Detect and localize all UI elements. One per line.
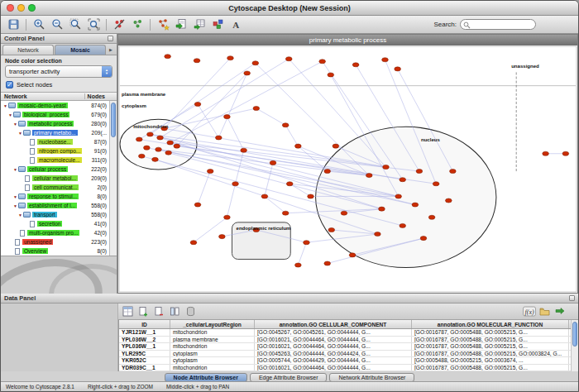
folder-icon xyxy=(18,121,26,127)
import-network-button[interactable] xyxy=(173,17,189,32)
tree-item-secretion[interactable]: ▼secretion41(0) xyxy=(1,219,109,228)
zoom-in-button[interactable] xyxy=(31,17,47,32)
tree-item-count: 2(0) xyxy=(97,184,109,190)
tree-item-overview[interactable]: ▼Overview8(0) xyxy=(1,246,109,256)
expand-arrow-icon[interactable]: ▼ xyxy=(12,122,18,127)
expand-arrow-icon[interactable]: ▼ xyxy=(12,203,18,208)
select-attributes-button[interactable] xyxy=(121,305,135,318)
tab-node-attribute-browser[interactable]: Node Attribute Browser xyxy=(165,373,247,382)
tree-header-nodes[interactable]: Nodes xyxy=(84,93,113,99)
create-attribute-button[interactable] xyxy=(136,305,151,318)
tree-item-biological-process[interactable]: ▼biological_process679(0) xyxy=(1,110,109,119)
network-tree-rows: ▼mosaic-demo-yeast874(0)▼biological_proc… xyxy=(1,101,109,256)
table-cell: [GO:0005488, GO:0005215, GO:0003674, ... xyxy=(412,357,569,364)
tab-overflow-button[interactable]: ▶ xyxy=(107,45,115,55)
new-network-from-selection-button[interactable] xyxy=(155,17,171,32)
float-panel-icon[interactable] xyxy=(108,36,113,41)
tree-item-unassigned[interactable]: ▼unassigned223(0) xyxy=(1,237,109,246)
tree-item-nitrogen-compo[interactable]: ▼nitrogen compo...91(0) xyxy=(1,146,109,155)
search-icon xyxy=(463,22,471,29)
zoom-window-button[interactable] xyxy=(28,4,36,12)
expand-arrow-icon[interactable]: ▼ xyxy=(12,194,18,199)
tree-header-network[interactable]: Network xyxy=(4,93,27,99)
save-session-button[interactable] xyxy=(5,17,22,32)
close-window-button[interactable] xyxy=(7,4,14,12)
tree-item-cell-communicat[interactable]: ▼cell communicat...2(0) xyxy=(1,183,109,192)
select-nodes-row: ✓ Select nodes xyxy=(1,80,117,92)
select-nodes-checkbox[interactable]: ✓ xyxy=(6,81,13,88)
search-input[interactable] xyxy=(460,19,536,30)
tree-item-establishment-of-l[interactable]: ▼establishment of l...558(0) xyxy=(1,201,109,210)
table-scrollbar[interactable] xyxy=(571,320,578,371)
data-panel-title: Data Panel xyxy=(4,294,36,302)
expand-arrow-icon[interactable]: ▼ xyxy=(17,213,23,218)
tree-item-multi-organism-pro[interactable]: ▼multi-organism pro...42(0) xyxy=(1,228,109,237)
tree-item-cellular-process[interactable]: ▼cellular process222(0) xyxy=(1,165,109,174)
column-header[interactable]: annotation.GO CELLULAR_COMPONENT xyxy=(255,320,412,328)
data-panel: Data Panel xyxy=(1,294,578,383)
import-attributes-button[interactable] xyxy=(191,17,208,32)
tree-item-nucleobase[interactable]: ▼nucleobase...87(0) xyxy=(1,137,109,146)
expand-arrow-icon[interactable]: ▼ xyxy=(2,103,8,108)
table-row[interactable]: YPL036W__2plasma membrane[GO:0016021, GO… xyxy=(119,337,571,344)
zoom-out-button[interactable] xyxy=(49,17,65,32)
tree-item-count: 874(0) xyxy=(91,103,109,108)
table-row[interactable]: YPL036W__1mitochondrion[GO:0016021, GO:0… xyxy=(119,343,571,351)
table-row[interactable]: YDR039C__1mitochondrion[GO:0016021, GO:0… xyxy=(119,365,571,372)
zoom-selected-button[interactable] xyxy=(67,17,84,32)
expand-arrow-icon[interactable]: ▼ xyxy=(12,167,18,172)
tree-item-metabolic-process[interactable]: ▼metabolic process280(0) xyxy=(1,119,109,128)
column-header[interactable]: _cellularLayoutRegion xyxy=(170,320,255,328)
table-row[interactable]: YLR295Ccytoplasm[GO:0045263, GO:0044444,… xyxy=(119,351,571,358)
table-row[interactable]: YKR052Ccytoplasm[GO:0005744, GO:0044429,… xyxy=(119,357,571,365)
column-header[interactable]: annotation.GO MOLECULAR_FUNCTION xyxy=(412,320,569,328)
vizmapper-button[interactable] xyxy=(209,17,226,32)
tree-item-count: 41(0) xyxy=(94,221,109,227)
tree-item-response-to-stimul[interactable]: ▼response to stimul...8(0) xyxy=(1,192,109,201)
unhide-all-button[interactable] xyxy=(129,17,146,32)
table-cell: mitochondrion xyxy=(170,365,255,371)
scrollbar-thumb[interactable] xyxy=(572,322,577,347)
svg-text:cytoplasm: cytoplasm xyxy=(122,103,147,108)
tab-mosaic[interactable]: Mosaic xyxy=(55,45,106,55)
status-zoom-hint: Right-click + drag to ZOOM xyxy=(88,384,153,390)
open-folder-button[interactable] xyxy=(538,305,552,318)
tree-item-transport[interactable]: ▼transport558(0) xyxy=(1,210,109,219)
hide-selected-button[interactable] xyxy=(111,17,127,32)
minimize-window-button[interactable] xyxy=(17,4,25,12)
float-panel-icon[interactable] xyxy=(569,295,575,301)
tab-edge-attribute-browser[interactable]: Edge Attribute Browser xyxy=(250,373,328,382)
column-header[interactable]: ID xyxy=(119,320,170,328)
table-cell: YDR039C__1 xyxy=(119,365,170,371)
delete-attribute-button[interactable] xyxy=(152,305,166,318)
svg-text:plasma membrane: plasma membrane xyxy=(122,92,166,97)
tree-scrollbar[interactable] xyxy=(109,101,117,256)
expand-arrow-icon[interactable]: ▼ xyxy=(7,112,13,117)
database-button[interactable] xyxy=(184,305,198,318)
tree-item-primary-metabo[interactable]: ▼primary metabo...209(... xyxy=(1,128,109,137)
zoom-out-icon xyxy=(51,18,64,31)
tree-item-mosaic-demo-yeast[interactable]: ▼mosaic-demo-yeast874(0) xyxy=(1,101,109,110)
table-cell: [GO:0016787, GO:0005488, GO:0005215, G..… xyxy=(412,343,569,350)
scrollbar-thumb[interactable] xyxy=(111,103,116,137)
tree-item-macromolecule[interactable]: ▼macromolecule...311(0) xyxy=(1,155,109,165)
main-area: Control Panel Network Mosaic ▶ Node colo… xyxy=(1,34,578,294)
window-titlebar[interactable]: Cytoscape Desktop (New Session) xyxy=(1,1,578,16)
tree-item-label: nucleobase... xyxy=(37,139,73,145)
network-canvas-container[interactable]: plasma membranecytoplasmmitochondrionnuc… xyxy=(118,45,577,293)
tab-network-attribute-browser[interactable]: Network Attribute Browser xyxy=(329,373,414,382)
network-tree: ▼mosaic-demo-yeast874(0)▼biological_proc… xyxy=(1,101,117,256)
table-row[interactable]: YJR121W__1mitochondrion[GO:0045267, GO:0… xyxy=(119,329,571,337)
annotation-button[interactable]: A xyxy=(227,17,244,32)
function-builder-button[interactable]: f(x) xyxy=(522,305,536,318)
tab-network[interactable]: Network xyxy=(2,45,54,55)
node-color-select[interactable]: transporter activity ▲▼ xyxy=(5,65,112,78)
table-cell: plasma membrane xyxy=(170,337,255,343)
map-values-button[interactable] xyxy=(553,305,567,318)
birds-eye-view[interactable] xyxy=(1,256,117,294)
expand-arrow-icon[interactable]: ▼ xyxy=(17,131,23,136)
database-icon xyxy=(185,306,196,317)
zoom-fit-button[interactable] xyxy=(85,17,102,32)
tree-item-cellular-metabol[interactable]: ▼cellular metabol...209(0) xyxy=(1,174,109,183)
column-settings-button[interactable] xyxy=(168,305,182,318)
